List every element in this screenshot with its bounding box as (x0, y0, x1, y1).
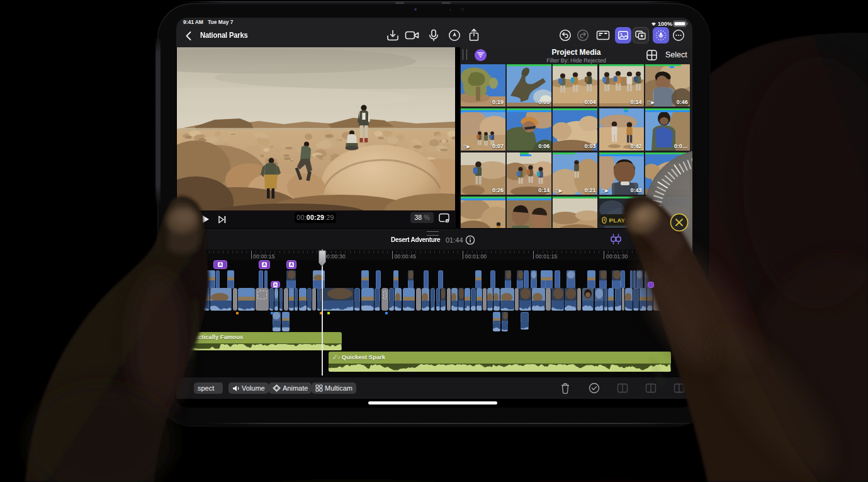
svg-text:100%: 100% (658, 21, 672, 27)
